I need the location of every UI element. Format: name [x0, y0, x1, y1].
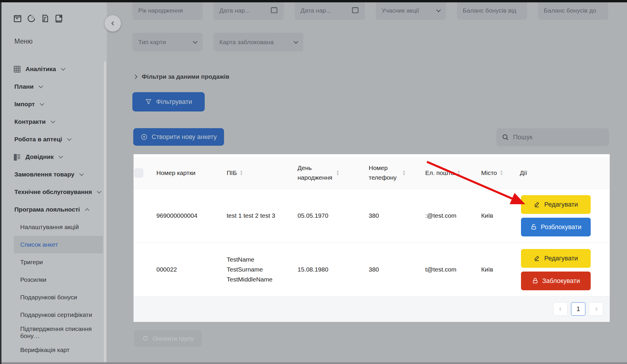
chevron-left-icon: [110, 21, 115, 26]
archive-icon[interactable]: [13, 14, 22, 24]
pagination-next-button[interactable]: [589, 302, 603, 316]
update-group-button[interactable]: Оновити групу: [134, 330, 202, 347]
funnel-icon: [145, 98, 152, 105]
column-header-name[interactable]: ПІБ▲▼: [227, 169, 298, 176]
sidebar-item-tekhnichne-obsluhovuvannia[interactable]: Технічне обслуговування: [1, 183, 105, 201]
sort-icon[interactable]: ▲▼: [240, 170, 243, 176]
filter-apply-button[interactable]: Фільтрувати: [132, 92, 205, 111]
search-box[interactable]: [496, 128, 609, 146]
sidebar-subitem-rozsylky[interactable]: Розсилки: [1, 271, 105, 289]
column-header-phone[interactable]: Номер телефону▲▼: [369, 163, 425, 182]
sidebar-item-prohrama-loialnosti[interactable]: Програма лояльності: [1, 201, 105, 218]
chevron-right-icon: [594, 307, 598, 311]
sidebar-item-import[interactable]: Імпорт: [1, 95, 105, 113]
block-button[interactable]: Заблокувати: [521, 272, 591, 290]
pencil-icon: [534, 255, 540, 262]
chevron-left-icon: [558, 307, 563, 311]
edit-button[interactable]: Редагувати: [521, 195, 591, 214]
sidebar-subitem-pidtverdzhennia-spysannia[interactable]: Підтвердження списання бону…: [1, 324, 105, 341]
filter-placeholder: Дата нар...: [219, 7, 250, 14]
sidebar-item-zamovlennia-tovaru[interactable]: Замовлення товару: [1, 166, 105, 183]
sales-filters-label: Фільтри за даними продажів: [142, 73, 229, 80]
filter-card-blocked-select[interactable]: Карта заблокована: [213, 33, 303, 51]
filter-promo-participant-select[interactable]: Учасник акції: [376, 1, 446, 20]
calendar-icon: [270, 6, 278, 15]
sort-icon[interactable]: ▲▼: [336, 170, 339, 176]
sidebar-subitem-label: Тригери: [20, 259, 43, 266]
filter-birth-date-to-input[interactable]: Дата нар...: [295, 1, 365, 20]
filter-birth-date-from-input[interactable]: Дата нар...: [213, 1, 284, 20]
sort-icon[interactable]: ▲▼: [402, 170, 406, 176]
chevron-down-icon: [40, 101, 44, 106]
book-icon[interactable]: [54, 14, 63, 24]
unlock-icon: [530, 224, 537, 230]
sidebar-item-label: Імпорт: [14, 101, 35, 108]
sidebar-item-label: Технічне обслуговування: [14, 188, 92, 195]
sidebar-item-label: Довідник: [25, 153, 54, 160]
sidebar-subitem-nalashtuvannia-aktsii[interactable]: Налаштування акцій: [1, 218, 105, 236]
sidebar-item-robota-v-aptetsi[interactable]: Робота в аптеці: [1, 131, 105, 148]
sidebar-scrollbar[interactable]: [104, 61, 106, 363]
sidebar-item-dovidnyk[interactable]: Довідник: [1, 148, 105, 166]
table-row: 000022 TestName TestSurname TestMiddleNa…: [134, 243, 610, 296]
chevron-down-icon: [67, 136, 72, 141]
select-all-checkbox[interactable]: [134, 168, 143, 178]
chevron-down-icon: [51, 119, 55, 123]
filter-placeholder: Рік народження: [138, 7, 183, 14]
sidebar-item-label: Замовлення товару: [14, 171, 74, 178]
cell-phone: 380: [369, 266, 425, 273]
pagination-page-1[interactable]: 1: [571, 302, 585, 316]
create-new-form-label: Створити нову анкету: [152, 133, 217, 141]
pie-chart-icon[interactable]: [27, 14, 36, 24]
sort-icon[interactable]: ▲▼: [500, 170, 503, 176]
horizontal-scrollbar[interactable]: [0, 362, 627, 364]
sort-icon[interactable]: ▲▼: [457, 170, 460, 176]
cell-card-number: 000022: [156, 266, 227, 273]
chevron-down-icon: [79, 171, 84, 176]
list-icon: [13, 153, 21, 161]
sidebar-subitem-podarunkovi-bonusy[interactable]: Подарункові бонуси: [1, 289, 105, 306]
sidebar-subitem-tryhery[interactable]: Тригери: [1, 253, 105, 271]
sidebar-item-label: Програма лояльності: [14, 206, 80, 213]
filter-placeholder: Баланс бонусів від: [463, 7, 516, 14]
sidebar-subitem-spysok-anket[interactable]: Список анкет: [14, 236, 103, 253]
plus-circle-icon: [141, 133, 148, 140]
sales-filters-toggle[interactable]: Фільтри за даними продажів: [134, 73, 229, 80]
cell-card-number: 969000000004: [156, 212, 227, 219]
edit-button[interactable]: Редагувати: [521, 249, 591, 268]
table-header-row: Номер картки ПІБ▲▼ День народження▲▼ Ном…: [134, 157, 610, 189]
column-header-birthday[interactable]: День народження▲▼: [298, 163, 369, 182]
sidebar-collapse-button[interactable]: [105, 15, 121, 32]
sidebar-item-analitika[interactable]: Аналітика: [1, 60, 105, 78]
filter-card-type-select[interactable]: Тип карти: [132, 33, 203, 51]
chevron-down-icon: [59, 154, 63, 158]
sidebar-subitem-veryfikatsiia-kart[interactable]: Верифікація карт: [1, 341, 105, 359]
pencil-icon: [534, 201, 540, 208]
filter-apply-label: Фільтрувати: [156, 98, 192, 106]
grid-icon: [13, 65, 21, 73]
create-new-form-button[interactable]: Створити нову анкету: [133, 128, 224, 146]
refresh-icon: [142, 335, 149, 342]
filter-birth-year-input[interactable]: Рік народження: [132, 1, 203, 20]
chevron-down-icon: [193, 39, 198, 44]
unblock-button[interactable]: Розблокувати: [521, 218, 591, 236]
sidebar-subitem-label: Налаштування акцій: [20, 224, 79, 231]
table-row: 969000000004 test 1 test 2 test 3 05.05.…: [134, 189, 610, 243]
pagination-prev-button[interactable]: [553, 302, 568, 316]
cell-name: TestName TestSurname TestMiddleName: [227, 255, 279, 284]
sidebar-subitem-label: Список анкет: [20, 241, 58, 248]
cell-email: :@test.com: [425, 212, 481, 219]
sidebar-item-kontrakty[interactable]: Контракти: [1, 113, 105, 131]
chevron-down-icon: [294, 39, 298, 44]
sidebar-menu: Аналітика Плани Імпорт Контракти Робота …: [1, 60, 105, 359]
sidebar-subitem-label: Підтвердження списання бону…: [20, 325, 105, 339]
column-header-city[interactable]: Місто▲▼: [481, 169, 520, 176]
column-header-email[interactable]: Ел. пошта▲▼: [425, 169, 481, 176]
search-input[interactable]: [513, 133, 604, 141]
document-icon[interactable]: [41, 14, 49, 24]
sidebar-subitem-podarunkovi-sertyfikaty[interactable]: Подарункові сертифікати: [1, 306, 105, 324]
sidebar-item-plany[interactable]: Плани: [1, 78, 105, 95]
filter-bonus-balance-from-input[interactable]: Баланс бонусів від: [457, 1, 527, 20]
filter-bonus-balance-to-input[interactable]: Баланс бонусів до: [538, 1, 608, 20]
lock-icon: [532, 277, 539, 284]
